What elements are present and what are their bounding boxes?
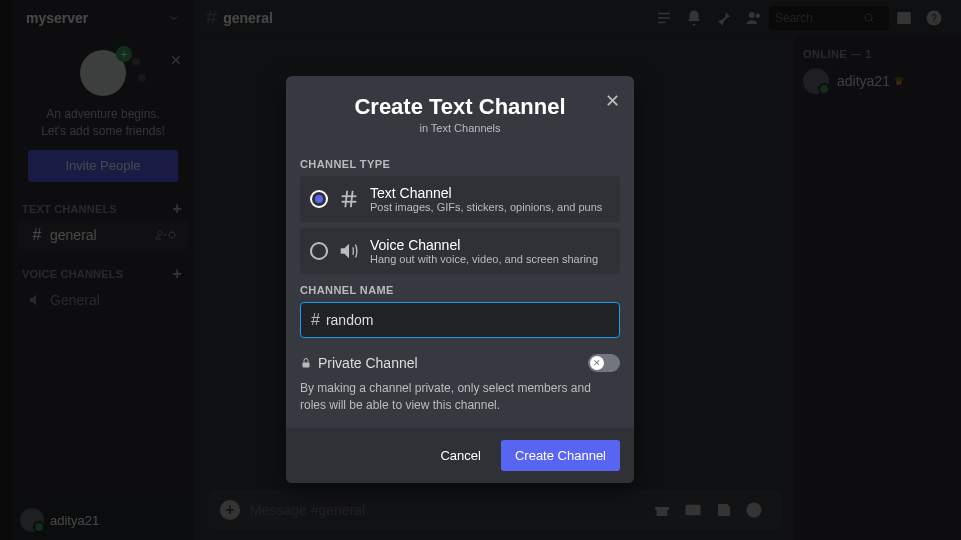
type-desc: Hang out with voice, video, and screen s… [370,253,598,265]
svg-rect-17 [303,363,310,368]
channel-name-input[interactable] [326,312,609,328]
lock-icon [300,357,312,369]
create-channel-button[interactable]: Create Channel [501,440,620,471]
channel-type-label: CHANNEL TYPE [300,158,620,170]
radio-voice[interactable] [310,242,328,260]
svg-line-16 [351,191,353,208]
type-desc: Post images, GIFs, stickers, opinions, a… [370,201,602,213]
modal-title: Create Text Channel [302,94,618,120]
type-title: Text Channel [370,185,602,201]
create-channel-modal: ✕ Create Text Channel in Text Channels C… [286,76,634,483]
private-channel-label: Private Channel [318,355,588,371]
channel-type-voice[interactable]: Voice Channel Hang out with voice, video… [300,228,620,274]
radio-text[interactable] [310,190,328,208]
hash-icon: # [311,311,320,329]
private-description: By making a channel private, only select… [300,380,620,414]
private-toggle[interactable]: ✕ [588,354,620,372]
channel-type-text[interactable]: Text Channel Post images, GIFs, stickers… [300,176,620,222]
type-title: Voice Channel [370,237,598,253]
cancel-button[interactable]: Cancel [432,440,488,471]
speaker-icon [338,240,360,262]
modal-subtitle: in Text Channels [302,122,618,134]
close-icon[interactable]: ✕ [605,90,620,112]
channel-name-input-wrap[interactable]: # [300,302,620,338]
svg-line-15 [345,191,347,208]
hash-icon [338,188,360,210]
channel-name-label: CHANNEL NAME [300,284,620,296]
